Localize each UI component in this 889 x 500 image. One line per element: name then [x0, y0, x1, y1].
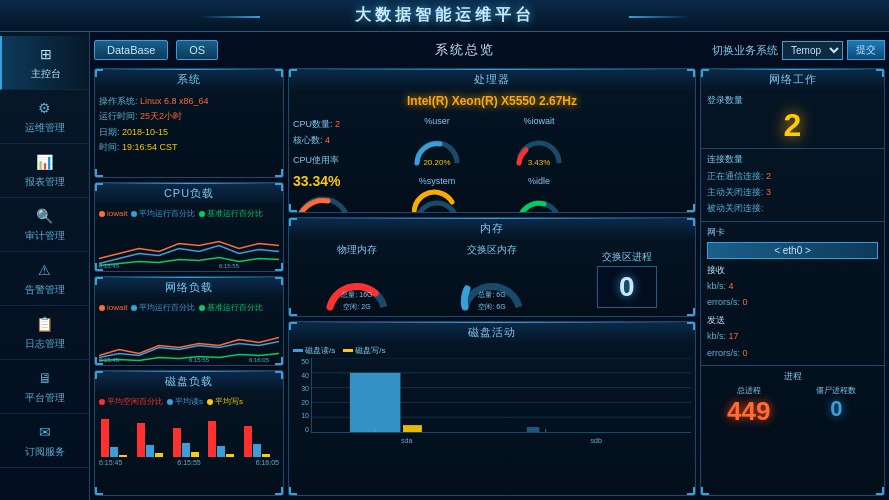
disk-x-sdb: sdb	[591, 437, 602, 444]
active-conn-label: 正在通信连接:	[707, 171, 764, 181]
y-label-30: 30	[293, 385, 309, 392]
proc-title: 进程	[707, 370, 878, 383]
login-section: 登录数量 2	[701, 90, 884, 149]
process-section: 进程 总进程 449 僵尸进程数 0	[701, 366, 884, 431]
sidebar-label-subscribe: 订阅服务	[25, 445, 65, 459]
net-legend-3: 基准运行百分比	[207, 302, 263, 313]
sidebar-label-alert: 告警管理	[25, 283, 65, 297]
total-proc: 总进程 449	[707, 385, 791, 427]
sidebar: ⊞ 主控台 ⚙ 运维管理 📊 报表管理 🔍 审计管理 ⚠ 告警管理 📋 日志管理…	[0, 32, 90, 500]
swap-mem-title: 交换区内存	[467, 243, 517, 257]
memory-panel: 内存 物理内存 总量: 16G 空闲: 2G	[288, 217, 696, 317]
disk-read-legend: 磁盘读/s	[305, 345, 335, 356]
net-chart: 6:15:45 6:15:55 6:16:05	[99, 315, 279, 365]
send-kbs-label: kb/s:	[707, 331, 726, 341]
swap-gauge-svg: 总量: 6G 空闲: 6G	[457, 259, 527, 314]
svg-rect-20	[403, 425, 422, 432]
log-icon: 📋	[35, 314, 55, 334]
physical-mem: 物理内存 总量: 16G 空闲: 2G	[293, 243, 422, 314]
svg-text:空闲: 2G: 空闲: 2G	[344, 303, 371, 310]
tab-database[interactable]: DataBase	[94, 40, 168, 60]
submit-button[interactable]: 提交	[847, 40, 885, 60]
swap-process: 交换区进程 0	[562, 250, 691, 308]
nic-section: 网卡 < eth0 > 接收 kb/s: 4 errors/s: 0 发送 kb…	[701, 222, 884, 366]
disk-load-title: 磁盘负载	[95, 371, 283, 392]
core-count: 4	[325, 135, 330, 145]
cpu-usage-label: CPU使用率	[293, 152, 383, 168]
cpu-panel: CPU负载 iowait 平均运行百分比 基准运行百分比 6:15:45	[94, 182, 284, 272]
date-value: 2018-10-15	[122, 127, 168, 137]
sidebar-item-log[interactable]: 📋 日志管理	[0, 306, 89, 360]
passive-close-label: 被动关闭连接:	[707, 203, 764, 213]
disk-x-labels: sda sdb	[312, 437, 691, 444]
disk-activity-title: 磁盘活动	[289, 322, 695, 343]
zombie-proc-label: 僵尸进程数	[795, 385, 879, 396]
disk-legend-3: 平均写s	[215, 396, 243, 407]
svg-rect-21	[527, 427, 540, 432]
disk-legend-1: 平均空闲百分比	[107, 396, 163, 407]
total-proc-label: 总进程	[707, 385, 791, 396]
svg-text:总量: 6G: 总量: 6G	[477, 291, 505, 298]
sidebar-item-report[interactable]: 📊 报表管理	[0, 144, 89, 198]
sidebar-label-log: 日志管理	[25, 337, 65, 351]
alert-icon: ⚠	[35, 260, 55, 280]
total-proc-value: 449	[707, 396, 791, 427]
runtime-value: 25天2小时	[140, 111, 182, 121]
nic-label: 网卡	[707, 226, 878, 239]
sidebar-item-audit[interactable]: 🔍 审计管理	[0, 198, 89, 252]
date-label: 日期:	[99, 127, 120, 137]
zombie-proc-value: 0	[795, 396, 879, 422]
tab-os[interactable]: OS	[176, 40, 218, 60]
disk-x-sda: sda	[401, 437, 412, 444]
net-work-title: 网络工作	[701, 69, 884, 90]
y-label-40: 40	[293, 372, 309, 379]
sidebar-item-ops[interactable]: ⚙ 运维管理	[0, 90, 89, 144]
y-label-50: 50	[293, 358, 309, 365]
send-errors-value: 0	[743, 348, 748, 358]
left-column: 系统 操作系统: Linux 6.8 x86_64 运行时间: 25天2小时 日…	[94, 68, 284, 496]
physical-gauge-svg: 总量: 16G 空闲: 2G	[322, 259, 392, 314]
gauge-idle-svg: 28%	[514, 188, 564, 213]
disk-load-legend: 平均空闲百分比 平均读s 平均写s	[99, 396, 279, 407]
time-value: 19:16:54 CST	[122, 142, 178, 152]
middle-column: 处理器 Intel(R) Xeon(R) X5550 2.67Hz CPU数量:…	[288, 68, 696, 496]
disk-activity-legend: 磁盘读/s 磁盘写/s	[293, 345, 691, 356]
gauge-iowait-label: %iowait	[523, 116, 554, 126]
three-col-layout: 系统 操作系统: Linux 6.8 x86_64 运行时间: 25天2小时 日…	[94, 68, 885, 496]
mem-row: 物理内存 总量: 16G 空闲: 2G 交换区内存	[293, 243, 691, 314]
disk-time-1: 6:15:45	[99, 459, 122, 466]
gauge-idle-label: %idle	[528, 176, 550, 186]
switch-select[interactable]: Temop	[782, 41, 843, 60]
os-value: Linux 6.8 x86_64	[140, 96, 209, 106]
sidebar-label-dashboard: 主控台	[31, 67, 61, 81]
conn-section: 连接数量 正在通信连接: 2 主动关闭连接: 3 被动关闭连接:	[701, 149, 884, 222]
cpu-legend: iowait 平均运行百分比 基准运行百分比	[99, 208, 279, 219]
sidebar-item-platform[interactable]: 🖥 平台管理	[0, 360, 89, 414]
system-panel: 系统 操作系统: Linux 6.8 x86_64 运行时间: 25天2小时 日…	[94, 68, 284, 178]
net-load-panel-body: iowait 平均运行百分比 基准运行百分比 6:15:45 6:15:55 6…	[95, 298, 283, 366]
y-label-20: 20	[293, 399, 309, 406]
gauge-idle: %idle 28%	[489, 176, 589, 213]
report-icon: 📊	[35, 152, 55, 172]
receive-errors-value: 0	[743, 297, 748, 307]
disk-load-body: 平均空闲百分比 平均读s 平均写s	[95, 392, 283, 470]
svg-rect-19	[350, 373, 401, 432]
sidebar-item-dashboard[interactable]: ⊞ 主控台	[0, 36, 89, 90]
disk-activity-chart-area: 50 40 30 20 10 0	[293, 358, 691, 433]
time-label: 时间:	[99, 142, 120, 152]
gauge-iowait-svg: 3.43%	[514, 128, 564, 168]
disk-activity-panel: 磁盘活动 磁盘读/s 磁盘写/s 50 40 30 20	[288, 321, 696, 496]
gauge-system-label: %system	[419, 176, 456, 186]
receive-kbs-label: kb/s:	[707, 281, 726, 291]
sidebar-item-alert[interactable]: ⚠ 告警管理	[0, 252, 89, 306]
gauge-spacer	[591, 116, 691, 174]
proc-panel-title: 处理器	[289, 69, 695, 90]
sidebar-item-subscribe[interactable]: ✉ 订阅服务	[0, 414, 89, 468]
disk-bar-chart	[99, 409, 279, 457]
swap-mem: 交换区内存 总量: 6G 空闲: 6G	[428, 243, 557, 314]
proc-left-info: CPU数量: 2 核心数: 4 CPU使用率 33.34% 33.34%	[293, 116, 383, 213]
subscribe-icon: ✉	[35, 422, 55, 442]
gauge-system: %system 48.54%	[387, 176, 487, 213]
svg-text:6:16:05: 6:16:05	[249, 357, 270, 363]
mem-panel-body: 物理内存 总量: 16G 空闲: 2G 交换区内存	[289, 239, 695, 317]
